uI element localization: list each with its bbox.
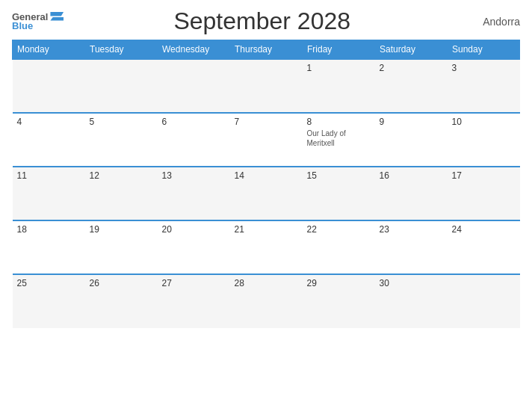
day-number: 9 [380,117,443,127]
header: General Blue September 2028 Andorra [12,7,520,35]
calendar-cell [230,59,303,113]
day-number: 7 [235,117,298,127]
calendar-cell: 21 [230,220,303,274]
day-number: 30 [380,278,443,288]
calendar-cell: 25 [13,274,85,328]
calendar-cell: 9 [375,113,448,167]
day-number: 18 [17,224,81,235]
day-number: 13 [162,170,226,181]
weekday-header: Sunday [448,40,520,60]
weekday-header: Tuesday [85,40,158,60]
day-number: 26 [90,278,153,288]
day-number: 17 [452,170,516,181]
calendar-cell: 3 [448,59,520,113]
event-label: Our Lady of Meritxell [307,129,371,148]
calendar-cell: 7 [230,113,303,167]
page-title: September 2028 [64,7,460,35]
day-number: 15 [307,170,371,181]
day-number: 11 [17,170,81,181]
calendar-cell: 30 [375,274,448,328]
calendar-cell: 6 [158,113,230,167]
calendar-cell [85,59,158,113]
calendar-page: General Blue September 2028 Andorra Mond… [0,0,532,411]
day-number: 14 [235,170,298,181]
day-number: 1 [307,63,371,73]
day-number: 12 [90,170,153,181]
weekday-header: Friday [303,40,375,60]
day-number: 6 [162,117,226,127]
calendar-cell [13,59,85,113]
calendar-cell: 8Our Lady of Meritxell [303,113,375,167]
day-number: 10 [452,117,516,127]
calendar-week-row: 252627282930 [13,274,520,328]
day-number: 25 [17,278,81,288]
calendar-cell: 10 [448,113,520,167]
calendar-cell: 23 [375,220,448,274]
weekday-header: Monday [13,40,85,60]
day-number: 23 [380,224,443,235]
calendar-week-row: 18192021222324 [13,220,520,274]
calendar-cell: 13 [158,167,230,220]
calendar-header-row: MondayTuesdayWednesdayThursdayFridaySatu… [13,40,520,60]
calendar-cell: 19 [85,220,158,274]
day-number: 5 [90,117,153,127]
calendar-cell: 22 [303,220,375,274]
day-number: 27 [162,278,226,288]
logo-flag-icon [50,12,64,21]
day-number: 16 [380,170,443,181]
calendar-cell: 15 [303,167,375,220]
calendar-table: MondayTuesdayWednesdayThursdayFridaySatu… [12,40,520,328]
calendar-cell: 2 [375,59,448,113]
calendar-cell: 12 [85,167,158,220]
weekday-header: Wednesday [158,40,230,60]
calendar-cell: 11 [13,167,85,220]
day-number: 29 [307,278,371,288]
calendar-cell [448,274,520,328]
day-number: 8 [307,117,371,127]
calendar-cell: 14 [230,167,303,220]
weekday-header: Thursday [230,40,303,60]
country-label: Andorra [460,16,520,28]
day-number: 21 [235,224,298,235]
calendar-cell: 24 [448,220,520,274]
calendar-cell: 17 [448,167,520,220]
calendar-cell: 1 [303,59,375,113]
calendar-cell [158,59,230,113]
day-number: 3 [452,63,516,73]
day-number: 24 [452,224,516,235]
calendar-cell: 28 [230,274,303,328]
day-number: 20 [162,224,226,235]
logo: General Blue [12,12,64,31]
logo-blue-text: Blue [12,21,33,31]
calendar-week-row: 11121314151617 [13,167,520,220]
day-number: 2 [380,63,443,73]
day-number: 19 [90,224,153,235]
calendar-week-row: 45678Our Lady of Meritxell910 [13,113,520,167]
calendar-cell: 4 [13,113,85,167]
calendar-cell: 16 [375,167,448,220]
calendar-cell: 27 [158,274,230,328]
calendar-cell: 5 [85,113,158,167]
calendar-week-row: 123 [13,59,520,113]
calendar-cell: 18 [13,220,85,274]
calendar-cell: 20 [158,220,230,274]
weekday-header: Saturday [375,40,448,60]
calendar-cell: 29 [303,274,375,328]
day-number: 22 [307,224,371,235]
day-number: 28 [235,278,298,288]
calendar-cell: 26 [85,274,158,328]
day-number: 4 [17,117,81,127]
